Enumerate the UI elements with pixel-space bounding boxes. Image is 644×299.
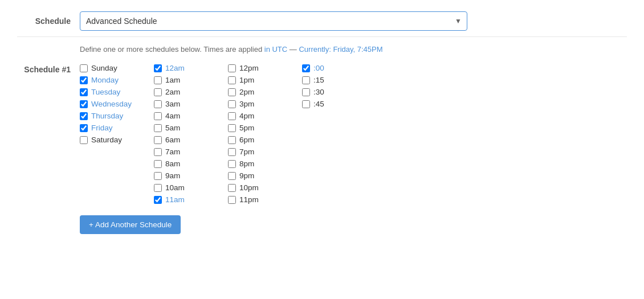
pm-hour-item-4: 4pm [228,112,302,120]
utc-highlight: in UTC [264,45,287,54]
minute-label-1[interactable]: :15 [313,76,324,84]
minute-item-1: :15 [302,76,348,84]
am-hour-item-9: 9am [154,171,228,180]
am-hour-checkbox-4[interactable] [154,112,162,120]
am-hour-label-10[interactable]: 10am [165,183,185,192]
day-label-5[interactable]: Friday [91,124,113,132]
am-hour-label-2[interactable]: 2am [165,88,180,96]
am-hour-item-8: 8am [154,159,228,168]
pm-hour-checkbox-7[interactable] [228,148,236,156]
pm-hours-column: 12pm1pm2pm3pm4pm5pm6pm7pm8pm9pm10pm11pm [228,64,302,204]
am-hour-label-8[interactable]: 8am [165,159,180,168]
schedule-columns: SundayMondayTuesdayWednesdayThursdayFrid… [80,64,348,204]
pm-hour-label-11[interactable]: 11pm [239,195,259,204]
am-hour-checkbox-6[interactable] [154,136,162,144]
day-checkbox-4[interactable] [80,112,88,120]
pm-hour-checkbox-9[interactable] [228,172,236,180]
info-text: Define one or more schedules below. Time… [80,45,627,54]
am-hour-checkbox-5[interactable] [154,124,162,132]
minute-checkbox-3[interactable] [302,100,310,108]
schedule-1-section: Schedule #1 SundayMondayTuesdayWednesday… [17,64,627,204]
day-checkbox-0[interactable] [80,64,88,72]
am-hour-item-2: 2am [154,88,228,96]
schedule-select[interactable]: Advanced Schedule Simple Schedule [80,11,467,31]
am-hour-label-0[interactable]: 12am [165,64,185,72]
am-hour-checkbox-7[interactable] [154,148,162,156]
minute-label-2[interactable]: :30 [313,88,324,96]
day-label-1[interactable]: Monday [91,76,119,84]
am-hour-checkbox-10[interactable] [154,184,162,192]
divider [17,36,627,37]
day-item-3: Wednesday [80,100,154,108]
pm-hour-label-1[interactable]: 1pm [239,76,254,84]
am-hour-label-1[interactable]: 1am [165,76,180,84]
day-label-6[interactable]: Saturday [91,136,122,144]
am-hour-checkbox-2[interactable] [154,88,162,96]
pm-hour-item-5: 5pm [228,124,302,132]
am-hour-label-11[interactable]: 11am [165,195,185,204]
pm-hour-checkbox-5[interactable] [228,124,236,132]
pm-hour-label-0[interactable]: 12pm [239,64,259,72]
day-item-1: Monday [80,76,154,84]
pm-hour-checkbox-10[interactable] [228,184,236,192]
pm-hour-checkbox-4[interactable] [228,112,236,120]
am-hour-checkbox-8[interactable] [154,160,162,168]
pm-hour-label-10[interactable]: 10pm [239,183,259,192]
am-hour-checkbox-0[interactable] [154,64,162,72]
am-hour-label-5[interactable]: 5am [165,124,180,132]
pm-hour-item-10: 10pm [228,183,302,192]
pm-hour-label-7[interactable]: 7pm [239,148,254,156]
day-checkbox-1[interactable] [80,76,88,84]
minute-label-0[interactable]: :00 [313,64,324,72]
pm-hour-item-8: 8pm [228,159,302,168]
am-hour-checkbox-3[interactable] [154,100,162,108]
am-hour-checkbox-1[interactable] [154,76,162,84]
pm-hour-label-3[interactable]: 3pm [239,100,254,108]
currently-highlight: Currently: Friday, 7:45PM [299,45,382,54]
am-hour-label-6[interactable]: 6am [165,136,180,144]
minute-checkbox-2[interactable] [302,88,310,96]
am-hour-checkbox-9[interactable] [154,172,162,180]
day-item-6: Saturday [80,136,154,144]
am-hour-label-4[interactable]: 4am [165,112,180,120]
pm-hour-item-9: 9pm [228,171,302,180]
pm-hour-item-6: 6pm [228,136,302,144]
day-label-2[interactable]: Tuesday [91,88,120,96]
pm-hour-checkbox-3[interactable] [228,100,236,108]
am-hour-item-5: 5am [154,124,228,132]
pm-hour-checkbox-8[interactable] [228,160,236,168]
pm-hour-checkbox-1[interactable] [228,76,236,84]
pm-hour-checkbox-11[interactable] [228,196,236,204]
am-hour-item-1: 1am [154,76,228,84]
am-hour-item-6: 6am [154,136,228,144]
pm-hour-checkbox-6[interactable] [228,136,236,144]
minute-checkbox-1[interactable] [302,76,310,84]
am-hour-label-3[interactable]: 3am [165,100,180,108]
minute-label-3[interactable]: :45 [313,100,324,108]
pm-hour-label-5[interactable]: 5pm [239,124,254,132]
day-checkbox-3[interactable] [80,100,88,108]
pm-hour-label-4[interactable]: 4pm [239,112,254,120]
day-checkbox-5[interactable] [80,124,88,132]
day-label-0[interactable]: Sunday [91,64,117,72]
minute-checkbox-0[interactable] [302,64,310,72]
am-hour-label-9[interactable]: 9am [165,171,180,180]
pm-hour-label-8[interactable]: 8pm [239,159,254,168]
pm-hour-label-9[interactable]: 9pm [239,171,254,180]
add-another-schedule-button[interactable]: + Add Another Schedule [80,215,181,234]
pm-hour-item-11: 11pm [228,195,302,204]
am-hour-label-7[interactable]: 7am [165,148,180,156]
pm-hour-label-2[interactable]: 2pm [239,88,254,96]
am-hour-item-4: 4am [154,112,228,120]
pm-hour-checkbox-2[interactable] [228,88,236,96]
pm-hour-label-6[interactable]: 6pm [239,136,254,144]
day-label-4[interactable]: Thursday [91,112,123,120]
day-checkbox-6[interactable] [80,136,88,144]
day-label-3[interactable]: Wednesday [91,100,132,108]
am-hour-checkbox-11[interactable] [154,196,162,204]
schedule-1-label: Schedule #1 [17,64,80,74]
am-hour-item-7: 7am [154,148,228,156]
am-hour-item-11: 11am [154,195,228,204]
pm-hour-checkbox-0[interactable] [228,64,236,72]
day-checkbox-2[interactable] [80,88,88,96]
